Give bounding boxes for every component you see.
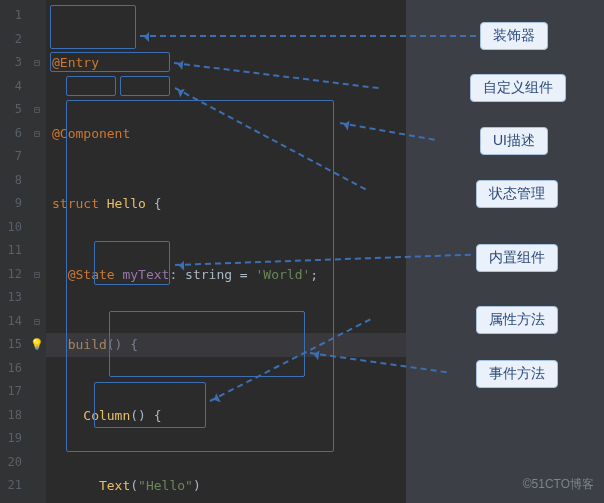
code-content: @Entry @Component struct Hello { @State … <box>46 0 318 503</box>
watermark-text: ©51CTO博客 <box>523 476 594 493</box>
line-number-gutter: 123456789101112131415161718192021 <box>0 0 28 503</box>
label-decorator: 装饰器 <box>480 22 548 50</box>
label-state-mgmt: 状态管理 <box>476 180 558 208</box>
fold-gutter: ⊟⊟⊟⊟⊟💡 <box>28 0 46 503</box>
label-custom-component: 自定义组件 <box>470 74 566 102</box>
lightbulb-icon: 💡 <box>28 333 46 357</box>
label-event: 事件方法 <box>476 360 558 388</box>
label-ui-desc: UI描述 <box>480 127 548 155</box>
code-editor: 123456789101112131415161718192021 ⊟⊟⊟⊟⊟💡… <box>0 0 406 503</box>
label-attr: 属性方法 <box>476 306 558 334</box>
label-builtin: 内置组件 <box>476 244 558 272</box>
